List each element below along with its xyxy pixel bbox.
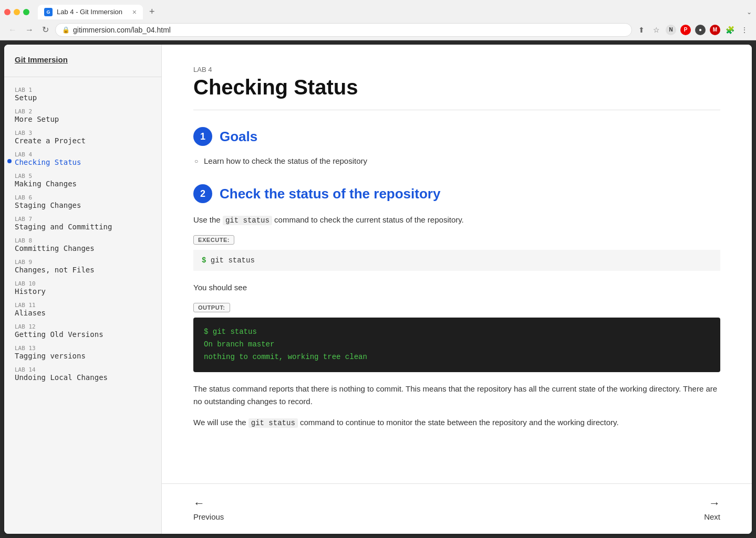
terminal-line-2: On branch master	[204, 339, 710, 351]
close-button[interactable]	[4, 9, 11, 15]
terminal-output: $ git status On branch master nothing to…	[193, 318, 720, 372]
lab-number-label: LAB 4	[193, 66, 720, 73]
tab-title: Lab 4 - Git Immersion	[57, 8, 122, 16]
sidebar-item-lab-1[interactable]: LAB 1Setup	[4, 86, 161, 107]
section-1-number: 1	[193, 127, 212, 146]
command-text: git status	[211, 256, 255, 265]
previous-arrow: ←	[193, 497, 205, 510]
inline-code-git-status-2: git status	[248, 418, 298, 428]
sidebar-lab-number-2: LAB 2	[15, 108, 151, 115]
tab-close-icon[interactable]: ×	[132, 8, 137, 16]
sidebar-lab-number-14: LAB 14	[15, 366, 151, 373]
section-2-number: 2	[193, 184, 212, 203]
sidebar-item-lab-7[interactable]: LAB 7Staging and Committing	[4, 215, 161, 236]
share-icon[interactable]: ⬆	[636, 25, 647, 35]
sidebar-lab-title-1: Setup	[15, 93, 151, 102]
nav-footer: ← Previous → Next	[162, 483, 752, 534]
sidebar-lab-title-9: Changes, not Files	[15, 266, 151, 274]
minimize-button[interactable]	[14, 9, 20, 15]
page-header: LAB 4 Checking Status	[193, 66, 720, 110]
sidebar-lab-number-5: LAB 5	[15, 173, 151, 180]
sidebar-logo[interactable]: Git Immersion	[4, 55, 161, 77]
extensions-icon[interactable]: 🧩	[724, 25, 735, 35]
check-status-section: 2 Check the status of the repository Use…	[193, 184, 720, 429]
refresh-button[interactable]: ↻	[40, 23, 51, 37]
sidebar-lab-title-4: Checking Status	[15, 158, 151, 166]
forward-button[interactable]: →	[23, 23, 36, 37]
address-bar: ← → ↻ 🔒 gitimmersion.com/lab_04.html ⬆ ☆…	[0, 19, 756, 40]
goal-item-1: Learn how to check the status of the rep…	[204, 156, 720, 165]
browser-chrome: G Lab 4 - Git Immersion × + ⌄ ← → ↻ 🔒 gi…	[0, 0, 756, 40]
inline-code-git-status-1: git status	[223, 216, 272, 225]
header-divider	[193, 110, 720, 110]
new-tab-button[interactable]: +	[145, 4, 159, 19]
page-title: Checking Status	[193, 76, 720, 99]
sidebar-lab-number-12: LAB 12	[15, 323, 151, 330]
active-tab[interactable]: G Lab 4 - Git Immersion ×	[38, 5, 143, 19]
tab-favicon: G	[44, 8, 53, 16]
goals-header: 1 Goals	[193, 127, 720, 146]
sidebar-item-lab-11[interactable]: LAB 11Aliases	[4, 301, 161, 322]
sidebar-lab-number-10: LAB 10	[15, 280, 151, 287]
extension-pinterest-icon[interactable]: P	[680, 25, 691, 35]
tab-overflow-icon: ⌄	[747, 8, 752, 16]
sidebar-item-lab-2[interactable]: LAB 2More Setup	[4, 107, 161, 129]
intro-paragraph: Use the git status command to check the …	[193, 214, 720, 226]
sidebar-item-lab-5[interactable]: LAB 5Making Changes	[4, 172, 161, 193]
sidebar-item-lab-14[interactable]: LAB 14Undoing Local Changes	[4, 365, 161, 387]
output-badge: OUTPUT:	[193, 303, 230, 312]
sidebar-item-lab-9[interactable]: LAB 9Changes, not Files	[4, 258, 161, 279]
sidebar-lab-title-12: Getting Old Versions	[15, 330, 151, 339]
lock-icon: 🔒	[62, 26, 70, 34]
you-should-see: You should see	[193, 281, 720, 294]
next-arrow: →	[709, 497, 720, 510]
app-container: Git Immersion LAB 1SetupLAB 2More SetupL…	[4, 45, 752, 534]
terminal-line-1: $ git status	[204, 326, 710, 339]
url-bar[interactable]: 🔒 gitimmersion.com/lab_04.html	[55, 23, 632, 37]
section-2-title: Check the status of the repository	[220, 186, 440, 202]
explanation-2: We will use the git status command to co…	[193, 416, 720, 429]
next-link[interactable]: → Next	[704, 497, 720, 521]
main-area: LAB 4 Checking Status 1 Goals Learn how …	[162, 45, 752, 534]
extension-icon-2[interactable]: ●	[695, 25, 706, 35]
sidebar-item-lab-6[interactable]: LAB 6Staging Changes	[4, 193, 161, 215]
sidebar-item-lab-12[interactable]: LAB 12Getting Old Versions	[4, 322, 161, 344]
bookmark-icon[interactable]: ☆	[651, 25, 661, 35]
tab-bar: G Lab 4 - Git Immersion × + ⌄	[0, 0, 756, 19]
url-text: gitimmersion.com/lab_04.html	[73, 26, 625, 34]
terminal-line-3: nothing to commit, working tree clean	[204, 351, 710, 364]
sidebar-lab-number-1: LAB 1	[15, 87, 151, 93]
sidebar-lab-title-5: Making Changes	[15, 180, 151, 188]
sidebar-lab-number-11: LAB 11	[15, 302, 151, 309]
sidebar-lab-number-4: LAB 4	[15, 151, 151, 158]
sidebar-lab-number-13: LAB 13	[15, 345, 151, 352]
sidebar-lab-number-3: LAB 3	[15, 130, 151, 136]
sidebar: Git Immersion LAB 1SetupLAB 2More SetupL…	[4, 45, 162, 534]
explanation-1: The status command reports that there is…	[193, 383, 720, 408]
window-controls	[4, 9, 29, 15]
sidebar-lab-title-6: Staging Changes	[15, 201, 151, 209]
sidebar-item-lab-3[interactable]: LAB 3Create a Project	[4, 129, 161, 150]
sidebar-item-lab-8[interactable]: LAB 8Committing Changes	[4, 236, 161, 258]
sidebar-item-lab-13[interactable]: LAB 13Tagging versions	[4, 344, 161, 365]
sidebar-lab-title-13: Tagging versions	[15, 352, 151, 360]
sidebar-lab-title-14: Undoing Local Changes	[15, 373, 151, 382]
sidebar-lab-number-6: LAB 6	[15, 194, 151, 201]
back-button[interactable]: ←	[6, 23, 19, 37]
next-label: Next	[704, 512, 720, 521]
sidebar-lab-number-8: LAB 8	[15, 237, 151, 244]
previous-link[interactable]: ← Previous	[193, 497, 224, 521]
sidebar-lab-number-9: LAB 9	[15, 259, 151, 266]
browser-actions: ⬆ ☆ N P ● M 🧩 ⋮	[636, 25, 750, 35]
extension-icon-3[interactable]: M	[710, 25, 720, 35]
extension-icon-1[interactable]: N	[666, 25, 676, 35]
check-status-header: 2 Check the status of the repository	[193, 184, 720, 203]
main-content: LAB 4 Checking Status 1 Goals Learn how …	[162, 45, 752, 483]
goals-list: Learn how to check the status of the rep…	[193, 156, 720, 165]
sidebar-lab-title-8: Committing Changes	[15, 244, 151, 252]
sidebar-lab-title-2: More Setup	[15, 115, 151, 123]
browser-menu-icon[interactable]: ⋮	[739, 25, 750, 35]
sidebar-item-lab-10[interactable]: LAB 10History	[4, 279, 161, 301]
maximize-button[interactable]	[23, 9, 29, 15]
sidebar-item-lab-4[interactable]: LAB 4Checking Status	[4, 150, 161, 172]
